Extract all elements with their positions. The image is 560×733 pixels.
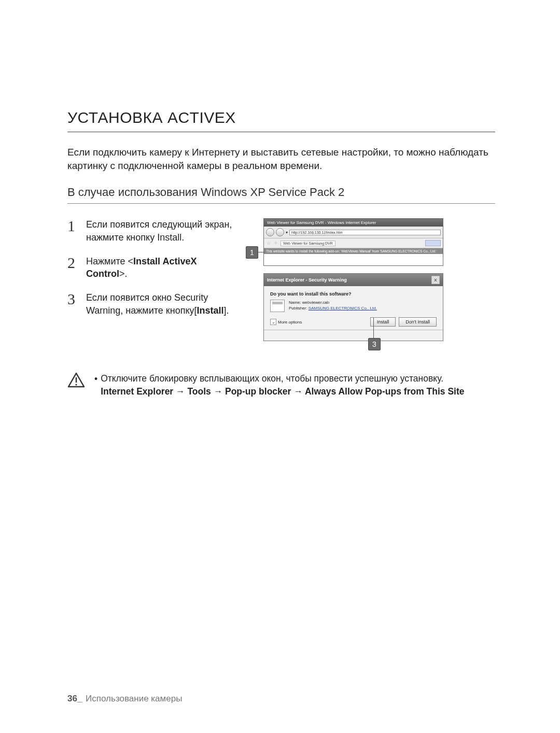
callout-line	[257, 252, 264, 252]
close-icon[interactable]: ×	[431, 276, 440, 284]
new-tab-stub[interactable]	[425, 240, 441, 246]
note-sentence: Отключите блокировку всплывающих окон, ч…	[101, 373, 443, 384]
step-number: 1	[67, 218, 78, 244]
intro-paragraph: Если подключить камеру к Интернету и выс…	[67, 146, 495, 172]
manual-page: УСТАНОВКА ACTIVEX Если подключить камеру…	[0, 0, 560, 733]
favorites-star-icon[interactable]: ☆	[266, 241, 271, 246]
step-number: 2	[67, 255, 78, 280]
chevron-down-icon: ⌄	[270, 319, 276, 325]
address-bar-row: ▾ http://192.168.130.12/index.htm	[264, 227, 443, 238]
package-icon	[270, 300, 285, 312]
ie-window: Web Viewer for Samsung DVR - Windows Int…	[263, 218, 443, 266]
page-number: 36_	[67, 694, 82, 703]
page-title: УСТАНОВКА ACTIVEX	[67, 109, 495, 132]
step-number: 3	[67, 291, 78, 317]
step-text: Нажмите <Install ActiveX Control>.	[86, 255, 239, 280]
activex-info-bar[interactable]: This website wants to install the follow…	[264, 248, 443, 254]
dialog-title-bar: Internet Explorer - Security Warning ×	[264, 274, 443, 286]
add-favorites-icon[interactable]: ✧	[273, 241, 278, 246]
install-button[interactable]: Install	[370, 317, 396, 327]
step-3: 3 Если появится окно Security Warning, н…	[67, 291, 239, 317]
footer-section: Использование камеры	[86, 694, 182, 703]
callout-badge-3: 3	[368, 338, 381, 350]
dont-install-button[interactable]: Don't Install	[399, 317, 437, 327]
dialog-title: Internet Explorer - Security Warning	[267, 277, 347, 283]
callout-line	[373, 318, 374, 339]
nav-back-icon[interactable]	[266, 228, 274, 236]
screenshots-column: 1 Web Viewer for Samsung DVR - Windows I…	[249, 218, 495, 341]
tabs-row: ☆ ✧ Web Viewer for Samsung DVR	[264, 238, 443, 248]
browser-body	[264, 254, 443, 265]
step-2: 2 Нажмите <Install ActiveX Control>.	[67, 255, 239, 280]
name-label: Name:	[289, 300, 301, 305]
window-title: Web Viewer for Samsung DVR - Windows Int…	[264, 219, 443, 227]
nav-forward-icon[interactable]	[276, 228, 284, 236]
warning-triangle-icon	[67, 372, 85, 388]
infobar-text: This website wants to install the follow…	[266, 249, 437, 253]
step-text: Если появится окно Security Warning, наж…	[86, 291, 239, 317]
bullet-icon: •	[94, 373, 97, 398]
security-warning-dialog: Internet Explorer - Security Warning × D…	[263, 273, 443, 341]
page-footer: 36_ Использование камеры	[67, 694, 182, 704]
warning-note: • Отключите блокировку всплывающих окон,…	[67, 372, 495, 398]
steps-column: 1 Если появится следующий экран, нажмите…	[67, 218, 239, 328]
publisher-label: Publisher:	[289, 306, 307, 311]
step-text: Если появится следующий экран, нажмите к…	[86, 218, 239, 244]
svg-point-2	[75, 384, 77, 386]
step-1: 1 Если появится следующий экран, нажмите…	[67, 218, 239, 244]
more-options-toggle[interactable]: ⌄ More options	[270, 319, 302, 325]
browser-tab[interactable]: Web Viewer for Samsung DVR	[281, 241, 335, 246]
publisher-link[interactable]: SAMSUNG ELECTRONICS Co., Ltd.	[309, 306, 377, 311]
dropdown-icon[interactable]: ▾	[286, 230, 288, 235]
dialog-question: Do you want to install this software?	[270, 291, 437, 297]
two-column-layout: 1 Если появится следующий экран, нажмите…	[67, 218, 495, 341]
url-input[interactable]: http://192.168.130.12/index.htm	[289, 230, 441, 235]
sub-heading: В случае использования Windows XP Servic…	[67, 186, 495, 204]
software-info: Name: webviewer.cab Publisher: SAMSUNG E…	[270, 300, 437, 312]
software-name: webviewer.cab	[302, 300, 329, 305]
callout-badge-1: 1	[246, 246, 258, 259]
note-menu-path: Internet Explorer → Tools → Pop-up block…	[101, 386, 464, 397]
